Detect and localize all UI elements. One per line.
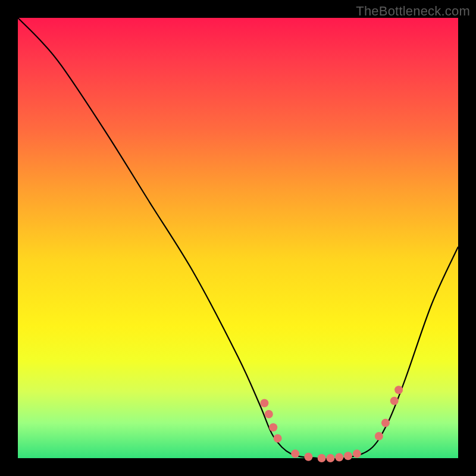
chart-svg bbox=[18, 18, 458, 458]
data-marker bbox=[326, 454, 334, 462]
data-marker bbox=[260, 399, 268, 408]
data-marker bbox=[381, 419, 390, 427]
data-marker bbox=[353, 450, 361, 458]
data-marker bbox=[390, 397, 399, 405]
watermark-text: TheBottleneck.com bbox=[356, 4, 470, 19]
chart-stage: TheBottleneck.com bbox=[0, 0, 476, 476]
data-marker bbox=[394, 386, 403, 394]
data-marker bbox=[318, 454, 326, 462]
data-marker bbox=[291, 450, 299, 458]
data-marker bbox=[375, 432, 383, 440]
data-marker bbox=[335, 453, 343, 462]
data-marker bbox=[344, 452, 352, 460]
bottleneck-curve bbox=[18, 18, 458, 459]
data-marker bbox=[269, 423, 277, 431]
plot-area bbox=[18, 18, 458, 458]
data-marker bbox=[274, 434, 282, 443]
data-marker bbox=[304, 453, 312, 461]
data-markers bbox=[260, 386, 403, 462]
data-marker bbox=[265, 410, 273, 418]
